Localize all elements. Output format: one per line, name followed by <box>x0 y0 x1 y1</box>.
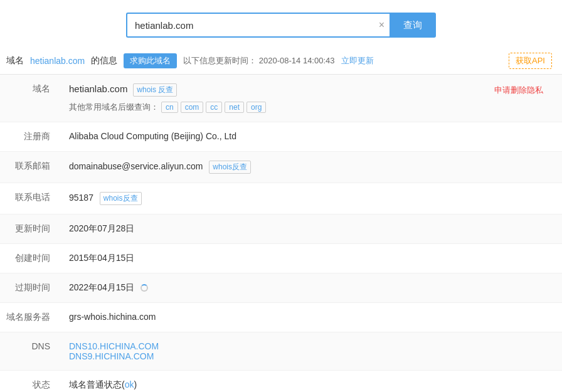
table-row-updated: 更新时间 2020年07月28日 <box>0 215 562 244</box>
table-row-email: 联系邮箱 domainabuse@service.aliyun.com whoi… <box>0 152 562 183</box>
dns1-value: DNS10.HICHINA.COM <box>69 341 556 351</box>
value-updated: 2020年07月28日 <box>63 215 562 244</box>
api-button[interactable]: 获取API <box>509 53 552 69</box>
domain-info-prefix: 域名 <box>6 55 24 66</box>
search-input-wrap: × <box>126 13 390 38</box>
search-bar: × 查询 <box>0 0 562 48</box>
whois-link-email[interactable]: whois反查 <box>209 161 251 174</box>
suffix-net[interactable]: net <box>225 102 244 113</box>
value-domain: hetianlab.com whois 反查 申请删除隐私 其他常用域名后缀查询… <box>63 75 562 122</box>
suffix-cn[interactable]: cn <box>161 102 178 113</box>
value-expires: 2022年04月15日 <box>63 273 562 303</box>
update-info: 以下信息更新时间： 2020-08-14 14:00:43 立即更新 <box>183 55 374 66</box>
search-input[interactable] <box>126 13 390 38</box>
phone-number: 95187 <box>69 193 93 203</box>
table-row-domain: 域名 hetianlab.com whois 反查 申请删除隐私 其他常用域名后… <box>0 75 562 122</box>
domain-header-name: hetianlab.com <box>30 56 85 66</box>
value-email: domainabuse@service.aliyun.com whois反查 <box>63 152 562 183</box>
suffix-query-label: 其他常用域名后缀查询： <box>69 102 159 113</box>
buy-domain-button[interactable]: 求购此域名 <box>124 53 177 68</box>
domain-info-suffix: 的信息 <box>91 55 117 66</box>
table-row-expires: 过期时间 2022年04月15日 <box>0 273 562 303</box>
info-table: 域名 hetianlab.com whois 反查 申请删除隐私 其他常用域名后… <box>0 75 562 392</box>
label-nameserver: 域名服务器 <box>0 303 63 332</box>
status-text: 域名普通状态( <box>69 379 125 389</box>
privacy-link[interactable]: 申请删除隐私 <box>494 85 543 96</box>
status-close: ) <box>134 379 137 389</box>
domain-header: 域名 hetianlab.com 的信息 求购此域名 以下信息更新时间： 202… <box>0 48 562 75</box>
label-updated: 更新时间 <box>0 215 63 244</box>
label-email: 联系邮箱 <box>0 152 63 183</box>
table-row-created: 创建时间 2015年04月15日 <box>0 244 562 273</box>
table-row-dns: DNS DNS10.HICHINA.COM DNS9.HICHINA.COM <box>0 332 562 371</box>
value-registrar: Alibaba Cloud Computing (Beijing) Co., L… <box>63 122 562 152</box>
email-address: domainabuse@service.aliyun.com <box>69 161 203 171</box>
label-created: 创建时间 <box>0 244 63 273</box>
table-row-nameserver: 域名服务器 grs-whois.hichina.com <box>0 303 562 332</box>
table-row-registrar: 注册商 Alibaba Cloud Computing (Beijing) Co… <box>0 122 562 152</box>
value-status: 域名普通状态(ok) <box>63 371 562 393</box>
label-expires: 过期时间 <box>0 273 63 303</box>
label-registrar: 注册商 <box>0 122 63 152</box>
suffix-com[interactable]: com <box>181 102 204 113</box>
suffix-org[interactable]: org <box>247 102 266 113</box>
dns2-value: DNS9.HICHINA.COM <box>69 351 556 361</box>
value-dns: DNS10.HICHINA.COM DNS9.HICHINA.COM <box>63 332 562 371</box>
loading-spinner <box>140 284 148 292</box>
label-domain: 域名 <box>0 75 63 122</box>
label-status: 状态 <box>0 371 63 393</box>
value-phone: 95187 whois反查 <box>63 183 562 215</box>
search-button[interactable]: 查询 <box>390 13 436 38</box>
value-created: 2015年04月15日 <box>63 244 562 273</box>
value-nameserver: grs-whois.hichina.com <box>63 303 562 332</box>
table-row-status: 状态 域名普通状态(ok) <box>0 371 562 393</box>
update-now-link[interactable]: 立即更新 <box>341 56 374 65</box>
table-row-phone: 联系电话 95187 whois反查 <box>0 183 562 215</box>
label-phone: 联系电话 <box>0 183 63 215</box>
whois-link-domain[interactable]: whois 反查 <box>133 83 177 97</box>
status-ok: ok <box>125 379 134 389</box>
suffix-row: 其他常用域名后缀查询： cn com cc net org <box>69 102 556 113</box>
domain-name-value: hetianlab.com <box>69 83 127 94</box>
label-dns: DNS <box>0 332 63 371</box>
suffix-cc[interactable]: cc <box>206 102 222 113</box>
whois-link-phone[interactable]: whois反查 <box>100 192 142 205</box>
clear-icon[interactable]: × <box>379 20 384 30</box>
